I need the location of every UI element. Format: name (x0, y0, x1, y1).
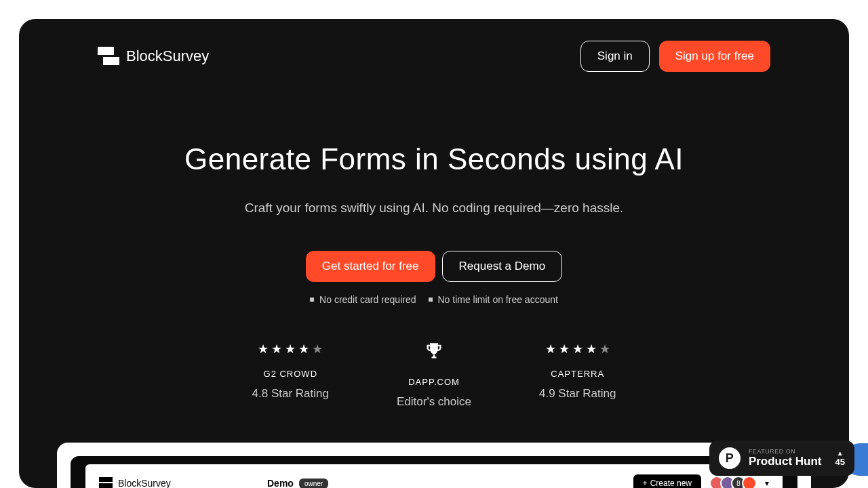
get-started-button[interactable]: Get started for free (306, 251, 435, 282)
video-preview: BlockSurvey Demo owner + Create new 8 (57, 443, 811, 488)
chevron-down-icon[interactable]: ▾ (765, 479, 769, 488)
avatar (742, 476, 757, 488)
bullet-icon (310, 298, 314, 302)
stars-icon: ★★★★★ (545, 342, 610, 357)
product-hunt-icon: P (719, 447, 741, 469)
feature-item: No credit card required (310, 294, 416, 305)
bullet-icon (429, 298, 433, 302)
signin-button[interactable]: Sign in (580, 41, 650, 72)
video-demo-title: Demo owner (267, 478, 328, 488)
plus-icon: + (643, 479, 648, 488)
hero-title: Generate Forms in Seconds using AI (19, 142, 849, 176)
ph-featured-label: FEATURED ON (749, 448, 822, 455)
feature-text: No credit card required (319, 294, 416, 305)
video-logo: BlockSurvey (99, 477, 171, 488)
feature-text: No time limit on free account (438, 294, 558, 305)
ratings-section: ★★★★★ G2 CROWD 4.8 Star Rating DAPP.COM … (19, 342, 849, 409)
avatars-group: 8 (709, 476, 757, 488)
owner-badge: owner (299, 479, 328, 489)
rating-name: CAPTERRA (551, 369, 604, 379)
video-inner: BlockSurvey Demo owner + Create new 8 (71, 456, 797, 488)
features-list: No credit card required No time limit on… (19, 294, 849, 305)
rating-value: 4.9 Star Rating (539, 387, 616, 401)
brand-name: BlockSurvey (126, 47, 209, 65)
create-new-button[interactable]: + Create new (633, 474, 701, 488)
rating-name: G2 CROWD (264, 369, 318, 379)
product-hunt-text: FEATURED ON Product Hunt (749, 448, 822, 468)
brand-logo[interactable]: BlockSurvey (98, 47, 209, 66)
upvote-icon: ▲ (837, 449, 844, 457)
video-right-actions: + Create new 8 ▾ (633, 474, 769, 488)
rating-dapp: DAPP.COM Editor's choice (397, 342, 471, 409)
trophy-icon (425, 342, 443, 365)
rating-value: 4.8 Star Rating (252, 387, 329, 401)
logo-icon (99, 477, 113, 488)
ph-vote-count: 45 (835, 457, 845, 467)
ph-name: Product Hunt (749, 455, 822, 468)
stars-icon: ★★★★★ (258, 342, 323, 357)
ph-votes: ▲ 45 (835, 449, 845, 467)
header-actions: Sign in Sign up for free (580, 41, 770, 72)
product-hunt-badge[interactable]: P FEATURED ON Product Hunt ▲ 45 (709, 441, 854, 476)
create-label: Create new (650, 479, 692, 488)
hero-section: Generate Forms in Seconds using AI Craft… (19, 72, 849, 409)
header: BlockSurvey Sign in Sign up for free (19, 19, 849, 72)
cta-buttons: Get started for free Request a Demo (19, 251, 849, 282)
rating-value: Editor's choice (397, 395, 471, 409)
rating-g2crowd: ★★★★★ G2 CROWD 4.8 Star Rating (252, 342, 329, 409)
video-brand-name: BlockSurvey (118, 478, 171, 488)
signup-button[interactable]: Sign up for free (659, 41, 770, 72)
logo-icon (98, 47, 119, 66)
request-demo-button[interactable]: Request a Demo (442, 251, 563, 282)
feature-item: No time limit on free account (429, 294, 558, 305)
demo-label: Demo (267, 478, 294, 488)
rating-name: DAPP.COM (408, 377, 460, 387)
rating-capterra: ★★★★★ CAPTERRA 4.9 Star Rating (539, 342, 616, 409)
hero-subtitle: Craft your forms swiftly using AI. No co… (19, 201, 849, 216)
video-app-bar: BlockSurvey Demo owner + Create new 8 (85, 464, 783, 488)
